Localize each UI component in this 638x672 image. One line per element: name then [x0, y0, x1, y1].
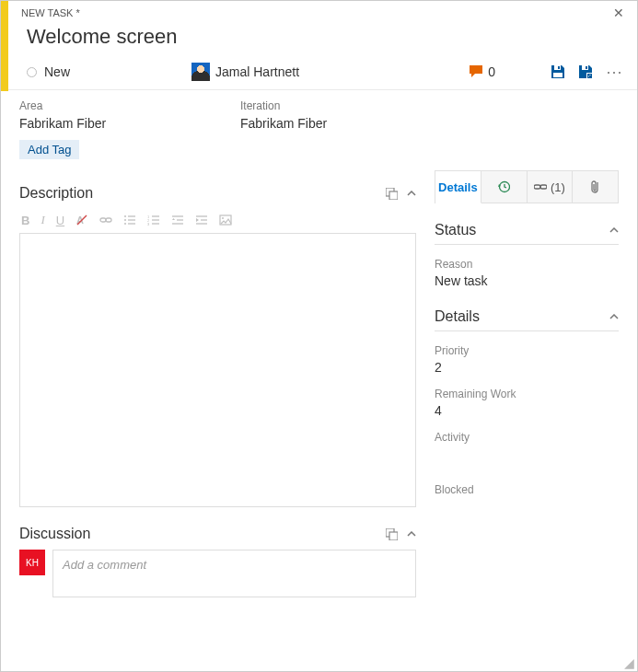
iteration-label: Iteration: [240, 99, 424, 112]
resize-grip-icon: ◢: [624, 658, 635, 669]
remaining-work-label: Remaining Work: [435, 388, 619, 400]
header: NEW TASK * ✕ Welcome screen New Jamal Ha…: [1, 1, 637, 90]
rich-text-toolbar: B I U A 123: [19, 207, 416, 233]
iteration-field[interactable]: Fabrikam Fiber: [240, 116, 424, 131]
svg-point-14: [124, 223, 126, 225]
area-label: Area: [19, 99, 203, 112]
svg-point-13: [124, 219, 126, 221]
comment-count[interactable]: 0: [470, 64, 495, 79]
svg-rect-4: [586, 66, 587, 69]
discussion-fullscreen-icon[interactable]: [386, 528, 398, 540]
reason-label: Reason: [435, 258, 619, 271]
more-actions-button[interactable]: ⋯: [606, 62, 624, 82]
description-heading: Description: [19, 185, 93, 202]
svg-point-33: [222, 217, 224, 219]
outdent-button[interactable]: [171, 214, 184, 226]
assignee-field[interactable]: Jamal Hartnett: [215, 64, 470, 79]
state-field[interactable]: New: [44, 64, 191, 79]
svg-rect-11: [106, 218, 111, 222]
comment-input[interactable]: Add a comment: [52, 550, 416, 597]
bullet-list-button[interactable]: [123, 214, 136, 226]
work-item-title[interactable]: Welcome screen: [27, 25, 624, 49]
current-user-avatar: KH: [19, 550, 45, 575]
area-field[interactable]: Fabrikam Fiber: [19, 116, 203, 131]
svg-marker-29: [196, 218, 199, 222]
activity-field[interactable]: [435, 446, 619, 461]
tab-attachments[interactable]: [573, 171, 618, 203]
remove-format-button[interactable]: A: [75, 214, 88, 226]
links-icon: [534, 182, 547, 191]
svg-rect-2: [553, 73, 563, 77]
classification-fields: Area Fabrikam Fiber Iteration Fabrikam F…: [1, 90, 637, 136]
link-button[interactable]: [99, 214, 112, 226]
details-collapse-icon[interactable]: [609, 314, 619, 319]
status-heading: Status: [435, 222, 476, 238]
svg-text:3: 3: [147, 222, 150, 226]
details-heading: Details: [435, 308, 480, 325]
activity-label: Activity: [435, 431, 619, 444]
number-list-button[interactable]: 123: [147, 214, 160, 226]
state-indicator-icon: [27, 67, 37, 77]
accent-stripe: [1, 1, 8, 91]
description-collapse-icon[interactable]: [407, 191, 416, 196]
image-button[interactable]: [219, 214, 232, 226]
remaining-work-field[interactable]: 4: [435, 403, 619, 418]
comment-icon: [470, 65, 484, 78]
side-tabs: Details (1): [435, 170, 619, 203]
svg-point-12: [124, 215, 126, 217]
breadcrumb: NEW TASK *: [21, 7, 80, 18]
assignee-avatar-icon: [191, 63, 210, 81]
discussion-heading: Discussion: [19, 526, 90, 542]
save-button[interactable]: [551, 64, 565, 79]
svg-rect-7: [389, 191, 398, 200]
history-icon: [497, 180, 510, 193]
tab-history[interactable]: [481, 171, 528, 203]
close-button[interactable]: ✕: [613, 6, 624, 20]
description-editor[interactable]: [19, 233, 416, 507]
blocked-label: Blocked: [435, 483, 619, 496]
bold-button[interactable]: B: [21, 214, 29, 227]
add-tag-button[interactable]: Add Tag: [19, 140, 79, 159]
links-count: (1): [551, 180, 565, 194]
indent-button[interactable]: [195, 214, 208, 226]
attachment-icon: [591, 180, 600, 194]
svg-rect-10: [100, 218, 106, 222]
underline-button[interactable]: U: [56, 214, 64, 227]
description-fullscreen-icon[interactable]: [386, 188, 398, 200]
save-template-button[interactable]: [578, 64, 593, 79]
svg-marker-25: [172, 218, 175, 220]
italic-button[interactable]: I: [41, 213, 44, 227]
svg-rect-38: [540, 185, 547, 189]
discussion-collapse-icon[interactable]: [407, 531, 416, 537]
comment-count-value: 0: [488, 64, 495, 79]
priority-field[interactable]: 2: [435, 360, 619, 375]
tab-links[interactable]: (1): [528, 171, 574, 203]
svg-rect-37: [534, 185, 540, 189]
reason-field[interactable]: New task: [435, 273, 619, 288]
svg-rect-1: [558, 66, 560, 69]
status-collapse-icon[interactable]: [609, 227, 619, 233]
tab-details[interactable]: Details: [435, 171, 481, 203]
priority-label: Priority: [435, 344, 619, 357]
svg-rect-35: [389, 532, 398, 540]
